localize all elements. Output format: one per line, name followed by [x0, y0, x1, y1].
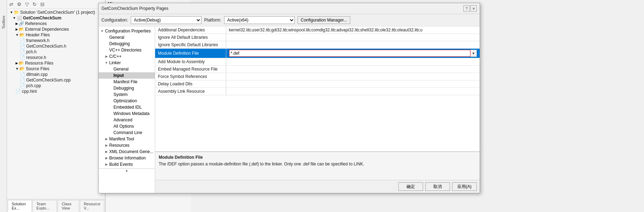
- tree-node-embedded-idl[interactable]: Embedded IDL: [99, 104, 155, 110]
- prop-row-force-symbol[interactable]: Force Symbol References: [155, 73, 480, 80]
- project-expander-icon: ▼: [13, 16, 16, 20]
- tree-node-pch-h[interactable]: 📄 pch.h: [7, 49, 105, 55]
- tree-node-all-options[interactable]: All Options: [99, 123, 155, 129]
- description-panel: Module Definition File The /DEF option p…: [155, 152, 480, 180]
- tree-node-linker-general[interactable]: General: [99, 66, 155, 72]
- tree-node-resource-h[interactable]: 📄 resource.h: [7, 55, 105, 60]
- config-props-expander: ▼: [100, 29, 104, 33]
- tree-node-xml-doc[interactable]: ▶ XML Document Gene...: [99, 149, 155, 155]
- tree-node-config-props[interactable]: ▼ Configuration Properties: [99, 28, 155, 34]
- srcf-expander-icon: ▼: [16, 67, 19, 71]
- main-container: Toolbox ⇄ ⚙ ▽ ↻ ⊟ ▼ 📁 Solution 'GetComCh…: [0, 0, 644, 212]
- tree-node-resource-files[interactable]: ▶ 📂 Resource Files: [7, 60, 105, 66]
- tab-class-view[interactable]: Class View: [58, 200, 79, 212]
- prop-name-additional-deps: Additional Dependencies: [155, 26, 226, 34]
- tree-node-general[interactable]: General: [99, 34, 155, 41]
- tree-node-browse-info[interactable]: ▶ Browse Information: [99, 155, 155, 161]
- solution-tree: ▼ 📁 Solution 'GetComCheckSum' (1 project…: [7, 9, 105, 199]
- prop-row-assembly-link[interactable]: Assembly Link Resource: [155, 88, 480, 95]
- tree-node-linker[interactable]: ▼ Linker: [99, 60, 155, 66]
- tree-node-framework-h[interactable]: 📄 framework.h: [7, 38, 105, 43]
- eidl-label: Embedded IDL: [113, 105, 142, 110]
- tree-node-getcomchecksum-h[interactable]: 📄 GetComCheckSum.h: [7, 43, 105, 49]
- tab-solution-explorer[interactable]: Solution Ex...: [8, 200, 32, 212]
- ok-button[interactable]: 确定: [398, 182, 423, 191]
- tree-node-advanced[interactable]: Advanced: [99, 117, 155, 123]
- tree-node-ext-deps[interactable]: ▶ 📂 External Dependencies: [7, 26, 105, 32]
- tree-node-build-events[interactable]: ▶ Build Events: [99, 161, 155, 168]
- dialog-help-btn[interactable]: ?: [463, 5, 470, 12]
- cpp-label: C/C++: [109, 54, 122, 59]
- prop-val-assembly-link: [226, 88, 480, 95]
- cancel-button[interactable]: 取消: [425, 182, 450, 191]
- platform-select[interactable]: Active(x64): [224, 16, 295, 24]
- tree-node-manifest-file[interactable]: Manifest File: [99, 79, 155, 85]
- tree-node-source-files[interactable]: ▼ 📂 Source Files: [7, 66, 105, 72]
- vcpp-label: VC++ Directories: [109, 48, 141, 53]
- cl-expander: [109, 131, 113, 134]
- module-def-input[interactable]: [229, 50, 471, 57]
- prop-val-add-module: [226, 58, 480, 66]
- tree-node-cpp-hint[interactable]: 📄 cpp.hint: [7, 89, 105, 94]
- se-collapse-btn[interactable]: ⊟: [39, 1, 46, 8]
- tree-node-windows-metadata[interactable]: Windows Metadata: [99, 110, 155, 117]
- srcf-label: Source Files: [26, 66, 49, 71]
- prop-row-ignore-all[interactable]: Ignore All Default Libraries: [155, 34, 480, 41]
- config-manager-btn[interactable]: Configuration Manager...: [298, 16, 350, 24]
- config-row: Configuration: Active(Debug) Platform: A…: [99, 14, 480, 26]
- prop-row-module-def[interactable]: Module Definition File ▼: [155, 49, 480, 58]
- extdep-expander-icon: ▶: [16, 28, 18, 31]
- tree-node-optimization[interactable]: Optimization: [99, 98, 155, 104]
- tree-node-command-line[interactable]: Command Line: [99, 129, 155, 136]
- tree-node-system[interactable]: System: [99, 91, 155, 98]
- tab-team-explorer[interactable]: Team Explo...: [33, 200, 57, 212]
- prop-row-ignore-specific[interactable]: Ignore Specific Default Libraries: [155, 41, 480, 49]
- tree-node-debugging[interactable]: Debugging: [99, 41, 155, 47]
- gcsc-file-icon: 📄: [20, 78, 25, 83]
- module-def-dropdown[interactable]: ▼: [470, 50, 477, 57]
- toolbox-label[interactable]: Toolbox: [1, 14, 6, 30]
- se-refresh-btn[interactable]: ↻: [31, 1, 38, 8]
- prop-row-delay-loaded[interactable]: Delay Loaded Dlls: [155, 80, 480, 88]
- apply-button[interactable]: 应用(A): [452, 182, 477, 191]
- tree-node-manifest-tool[interactable]: ▶ Manifest Tool: [99, 136, 155, 142]
- mf-expander: [109, 80, 113, 84]
- gcsh-label: GetComCheckSum.h: [26, 44, 66, 49]
- solution-expander-icon: ▼: [10, 11, 13, 14]
- tree-node-dllmain[interactable]: 📄 dllmain.cpp: [7, 72, 105, 77]
- mt-label: Manifest Tool: [109, 137, 134, 141]
- tree-node-pch-cpp[interactable]: 📄 pch.cpp: [7, 83, 105, 89]
- tree-node-header-files[interactable]: ▼ 📂 Header Files: [7, 32, 105, 38]
- prop-row-embed-managed[interactable]: Embed Managed Resource File: [155, 66, 480, 73]
- dll-file-icon: 📄: [20, 72, 25, 77]
- tree-node-linker-input[interactable]: Input: [99, 72, 155, 79]
- tree-node-resources[interactable]: ▶ Resources: [99, 142, 155, 149]
- prop-row-additional-deps[interactable]: Additional Dependencies kernel32.lib;use…: [155, 26, 480, 34]
- prop-name-ignore-specific: Ignore Specific Default Libraries: [155, 41, 226, 49]
- tree-node-references[interactable]: ▶ 🔗 References: [7, 21, 105, 26]
- ref-expander-icon: ▶: [16, 22, 18, 25]
- tree-node-linker-debugging[interactable]: Debugging: [99, 85, 155, 91]
- prop-row-add-module[interactable]: Add Module to Assembly: [155, 58, 480, 66]
- tree-node-cpp[interactable]: ▶ C/C++: [99, 53, 155, 60]
- scroll-indicator: ▼: [125, 169, 128, 173]
- config-select[interactable]: Active(Debug): [131, 16, 201, 24]
- dialog-close-btn[interactable]: ✕: [470, 5, 477, 12]
- tree-node-vcpp-dirs[interactable]: VC++ Directories: [99, 47, 155, 53]
- toolbox-bar: Toolbox: [0, 0, 7, 212]
- content-panel: Additional Dependencies kernel32.lib;use…: [155, 26, 480, 193]
- tree-node-solution[interactable]: ▼ 📁 Solution 'GetComCheckSum' (1 project…: [7, 10, 105, 15]
- prop-val-force-symbol: [226, 73, 480, 80]
- platform-label: Platform:: [204, 18, 221, 23]
- tab-resource-view[interactable]: Resource V...: [80, 200, 104, 212]
- se-toolbar: ⇄ ⚙ ▽ ↻ ⊟: [7, 0, 105, 9]
- se-filter-btn[interactable]: ▽: [23, 1, 30, 8]
- se-properties-btn[interactable]: ⚙: [16, 1, 23, 8]
- be-label: Build Events: [109, 162, 133, 167]
- config-tree-panel: ▼ Configuration Properties General Debug…: [99, 26, 155, 193]
- debug-label: Debugging: [109, 41, 130, 46]
- eidl-expander: [109, 105, 113, 109]
- tree-node-getcomchecksum-cpp[interactable]: 📄 GetComCheckSum.cpp: [7, 77, 105, 83]
- se-sync-btn[interactable]: ⇄: [8, 1, 15, 8]
- tree-node-project[interactable]: ▼ ⬜ GetComCheckSum: [7, 15, 105, 21]
